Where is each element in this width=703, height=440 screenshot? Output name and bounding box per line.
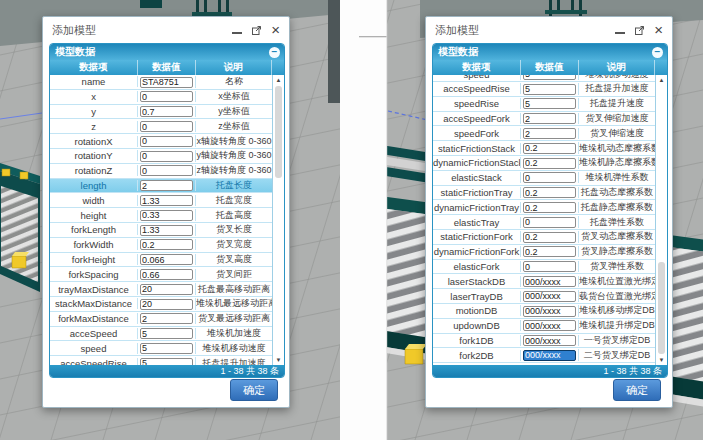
minimize-button[interactable]	[615, 27, 625, 34]
table-row[interactable]: laserTrayDB载货台位置激光绑定DB	[433, 289, 655, 304]
row-value-input[interactable]	[140, 210, 193, 221]
row-value-input[interactable]	[523, 276, 576, 287]
scrollbar[interactable]: ▲ ▼	[655, 75, 667, 365]
table-row[interactable]: dynamicFrictionFork货叉静态摩擦系数	[433, 245, 655, 260]
row-value-input[interactable]	[523, 217, 576, 228]
row-value-input[interactable]	[140, 299, 193, 310]
table-row[interactable]: speed堆垛机移动速度	[433, 75, 655, 82]
row-value-input[interactable]	[523, 246, 576, 257]
table-row[interactable]: trayMaxDistance托盘最高移动距离	[50, 282, 272, 297]
confirm-button[interactable]: 确定	[230, 379, 278, 401]
row-value-input[interactable]	[523, 202, 576, 213]
row-value-input[interactable]	[140, 151, 193, 162]
table-row[interactable]: staticFrictionFork货叉动态摩擦系数	[433, 230, 655, 245]
table-row[interactable]: forkLength货叉长度	[50, 223, 272, 238]
row-value-input[interactable]	[140, 77, 193, 88]
minimize-button[interactable]	[232, 27, 242, 34]
maximize-button[interactable]	[251, 25, 262, 36]
row-value-input[interactable]	[140, 225, 193, 236]
table-row[interactable]: updownDB堆垛机提升绑定DB	[433, 319, 655, 334]
scroll-up-icon[interactable]: ▲	[656, 77, 667, 83]
table-row[interactable]: rotationZz轴旋转角度 0-360	[50, 164, 272, 179]
table-row[interactable]: motionDB堆垛机移动绑定DB	[433, 304, 655, 319]
row-value-input[interactable]	[523, 158, 576, 169]
table-row[interactable]: name名称	[50, 75, 272, 90]
table-row[interactable]: forkWidth货叉宽度	[50, 238, 272, 253]
row-value-input[interactable]	[523, 113, 576, 124]
table-row[interactable]: acceSpeedFork货叉伸缩加速度	[433, 112, 655, 127]
table-row[interactable]: height托盘高度	[50, 208, 272, 223]
table-row[interactable]: rotationXx轴旋转角度 0-360	[50, 134, 272, 149]
table-row[interactable]: xx坐标值	[50, 90, 272, 105]
table-row[interactable]: speed堆垛机移动速度	[50, 341, 272, 356]
row-value-input[interactable]	[523, 320, 576, 331]
table-row[interactable]: stackMaxDistance堆垛机最远移动距离	[50, 297, 272, 312]
row-value-input[interactable]	[523, 84, 576, 95]
row-value-input[interactable]	[523, 98, 576, 109]
maximize-button[interactable]	[634, 25, 645, 36]
confirm-button[interactable]: 确定	[613, 379, 661, 401]
table-row[interactable]: yy坐标值	[50, 105, 272, 120]
row-value-input[interactable]	[523, 143, 576, 154]
row-value-input[interactable]	[140, 165, 193, 176]
table-row[interactable]: speedRise托盘提升速度	[433, 97, 655, 112]
titlebar[interactable]: 添加模型 ×	[43, 17, 289, 43]
row-value-input[interactable]	[140, 358, 193, 365]
row-value-input[interactable]	[140, 121, 193, 132]
row-value-input[interactable]	[140, 195, 193, 206]
row-value-input[interactable]	[140, 106, 193, 117]
table-row[interactable]: fork1DB一号货叉绑定DB	[433, 334, 655, 349]
row-value-input[interactable]	[523, 75, 576, 80]
table-row[interactable]: speedFork货叉伸缩速度	[433, 126, 655, 141]
table-row[interactable]: acceSpeed堆垛机加速度	[50, 327, 272, 342]
table-row[interactable]: forkMaxDistance货叉最远移动距离	[50, 312, 272, 327]
row-value-input[interactable]	[140, 136, 193, 147]
scroll-down-icon[interactable]: ▼	[273, 357, 284, 363]
table-row[interactable]: laserStackDB堆垛机位置激光绑定DB	[433, 274, 655, 289]
row-value-input[interactable]	[523, 335, 576, 346]
table-row[interactable]: acceSpeedRise托盘提升加速度	[433, 82, 655, 97]
row-value-input[interactable]	[523, 291, 576, 302]
row-value-input[interactable]	[140, 328, 193, 339]
table-row[interactable]: fork2DB二号货叉绑定DB	[433, 348, 655, 363]
row-value-input[interactable]	[140, 269, 193, 280]
scroll-up-icon[interactable]: ▲	[273, 77, 284, 83]
titlebar[interactable]: 添加模型 ×	[426, 17, 672, 43]
close-button[interactable]: ×	[654, 25, 663, 35]
row-value-input[interactable]	[140, 343, 193, 354]
row-value-input[interactable]	[140, 284, 193, 295]
row-value-input[interactable]	[140, 239, 193, 250]
row-value-input[interactable]	[523, 128, 576, 139]
table-row[interactable]: zz坐标值	[50, 119, 272, 134]
collapse-button[interactable]: −	[652, 47, 663, 58]
row-value-input[interactable]	[523, 232, 576, 243]
scroll-thumb[interactable]	[658, 262, 665, 354]
row-value-input[interactable]	[523, 306, 576, 317]
row-value-input[interactable]	[140, 313, 193, 324]
table-row[interactable]: elasticStack堆垛机弹性系数	[433, 171, 655, 186]
row-value-input[interactable]	[140, 254, 193, 265]
row-value-input[interactable]	[140, 180, 193, 191]
table-row[interactable]: forkHeight货叉高度	[50, 253, 272, 268]
table-row[interactable]: staticFrictionStack堆垛机动态摩擦系数	[433, 141, 655, 156]
scrollbar[interactable]: ▲ ▼	[272, 75, 284, 365]
close-button[interactable]: ×	[271, 25, 280, 35]
row-value-input[interactable]	[523, 350, 576, 361]
collapse-button[interactable]: −	[269, 47, 280, 58]
scroll-thumb[interactable]	[275, 86, 282, 178]
table-row[interactable]: staticFrictionTray托盘动态摩擦系数	[433, 186, 655, 201]
table-row[interactable]: width托盘宽度	[50, 193, 272, 208]
table-row[interactable]: rotationYy轴旋转角度 0-360	[50, 149, 272, 164]
table-body: speed堆垛机移动速度acceSpeedRise托盘提升加速度speedRis…	[433, 75, 655, 365]
row-value-input[interactable]	[523, 261, 576, 272]
table-row[interactable]: forkSpacing货叉间距	[50, 267, 272, 282]
table-row[interactable]: dynamicFrictionStack堆垛机静态摩擦系数	[433, 156, 655, 171]
row-value-input[interactable]	[523, 187, 576, 198]
row-value-input[interactable]	[140, 91, 193, 102]
table-row[interactable]: elasticTray托盘弹性系数	[433, 215, 655, 230]
table-row[interactable]: dynamicFrictionTray托盘静态摩擦系数	[433, 200, 655, 215]
scroll-down-icon[interactable]: ▼	[656, 357, 667, 363]
table-row[interactable]: length托盘长度	[50, 179, 272, 194]
row-value-input[interactable]	[523, 172, 576, 183]
table-row[interactable]: elasticFork货叉弹性系数	[433, 260, 655, 275]
